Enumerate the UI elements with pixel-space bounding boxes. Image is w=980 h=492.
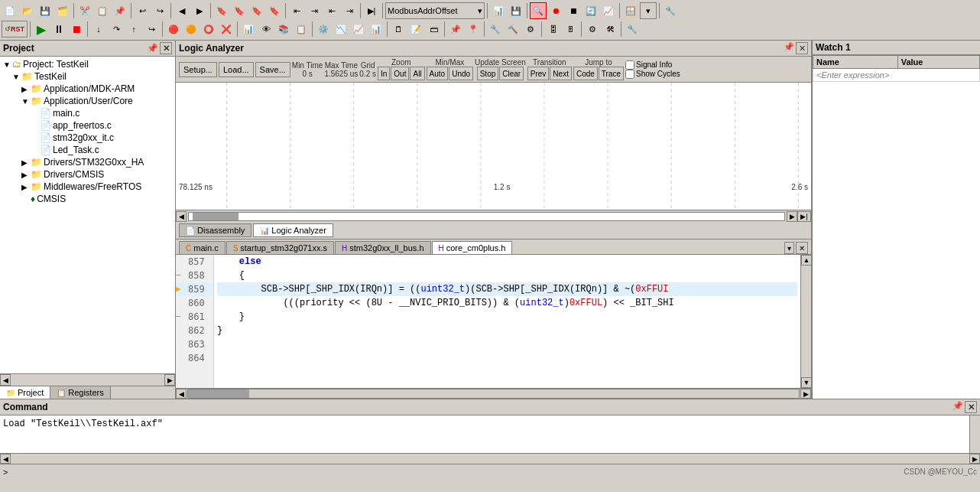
logic-scroll-thumb[interactable] bbox=[193, 213, 239, 220]
project-scroll-right[interactable]: ▶ bbox=[164, 374, 175, 386]
analysis-btn[interactable]: 📉 bbox=[333, 21, 349, 37]
bookmark3-button[interactable]: 🔖 bbox=[248, 2, 265, 19]
logic-scroll-track[interactable] bbox=[188, 212, 785, 221]
save-all-button[interactable]: 🗂️ bbox=[54, 2, 71, 19]
trace-la-button[interactable]: Trace bbox=[599, 67, 624, 80]
logic-scroll-end[interactable]: ▶| bbox=[797, 211, 811, 222]
indent3-button[interactable]: ⇤ bbox=[323, 2, 340, 19]
logic-pin-icon[interactable]: 📌 bbox=[784, 42, 794, 54]
indent2-button[interactable]: ⇥ bbox=[306, 2, 323, 19]
code-hscroll[interactable]: ◀ ▶ bbox=[176, 388, 811, 399]
tool3-btn[interactable]: ⚙ bbox=[522, 21, 539, 37]
step-over-button[interactable]: ↷ bbox=[108, 21, 125, 37]
tool2-btn[interactable]: 🔨 bbox=[505, 21, 521, 37]
window-button[interactable]: 🪟 bbox=[622, 2, 639, 19]
tree-item-freertos[interactable]: 📄 app_freertos.c bbox=[0, 119, 175, 132]
register-view-button[interactable]: 📊 bbox=[490, 2, 507, 19]
registers-tab[interactable]: 📋 Registers bbox=[50, 386, 110, 399]
run-to-cursor-button[interactable]: ▶| bbox=[363, 2, 380, 19]
bookmark4-button[interactable]: 🔖 bbox=[266, 2, 283, 19]
prev-button[interactable]: Prev bbox=[527, 67, 550, 80]
undo-button[interactable]: ↩ bbox=[134, 2, 151, 19]
save-la-button[interactable]: Save... bbox=[255, 62, 290, 77]
auto-button[interactable]: Auto bbox=[427, 67, 449, 80]
logic-scrollbar[interactable]: ◀ ▶ ▶| bbox=[176, 210, 811, 222]
project-tab[interactable]: 📁 Project bbox=[0, 386, 50, 399]
zoom-in-button[interactable]: In bbox=[378, 67, 390, 80]
code-vscroll-down[interactable]: ▼ bbox=[801, 377, 811, 388]
pin1-btn[interactable]: 📌 bbox=[447, 21, 464, 37]
project-tree[interactable]: ▼ 🗂 Project: TestKeil ▼ 📁 TestKeil ▶ 📁 A… bbox=[0, 57, 175, 373]
mem-view-button[interactable]: 📊 bbox=[240, 21, 257, 37]
command-close-icon[interactable]: ✕ bbox=[965, 401, 977, 413]
tree-item-main-c[interactable]: 📄 main.c bbox=[0, 107, 175, 119]
tree-item-stm32-it[interactable]: 📄 stm32g0xx_it.c bbox=[0, 132, 175, 144]
code-tabs-close[interactable]: ✕ bbox=[796, 242, 808, 254]
indent4-button[interactable]: ⇥ bbox=[341, 2, 358, 19]
paste-button[interactable]: 📌 bbox=[112, 2, 128, 19]
config2-btn[interactable]: 🛠 bbox=[602, 21, 618, 37]
step-out-button[interactable]: ↑ bbox=[125, 21, 142, 37]
debug-pause-button[interactable]: ⏸ bbox=[50, 21, 67, 37]
modbus-dropdown-button[interactable]: ModbusAddrOffset ▾ bbox=[385, 2, 485, 19]
project-pin-icon[interactable]: 📌 bbox=[146, 42, 158, 54]
save-button[interactable]: 💾 bbox=[37, 2, 54, 19]
trace3-btn[interactable]: 📝 bbox=[407, 21, 424, 37]
tree-item-app-mdk[interactable]: ▶ 📁 Application/MDK-ARM bbox=[0, 83, 175, 95]
command-vscroll[interactable] bbox=[969, 415, 980, 453]
stop-la-button[interactable]: Stop bbox=[477, 67, 499, 80]
bp-disable-button[interactable]: ⭕ bbox=[200, 21, 217, 37]
tab-disassembly[interactable]: 📄 Disassembly bbox=[179, 223, 251, 237]
trace4-btn[interactable]: 🗃 bbox=[425, 21, 442, 37]
cmd-hscroll-left[interactable]: ◀ bbox=[0, 454, 11, 464]
new-file-button[interactable]: 📄 bbox=[2, 2, 18, 19]
locals-btn[interactable]: 📋 bbox=[293, 21, 310, 37]
command-pin-icon[interactable]: 📌 bbox=[952, 401, 963, 413]
project-hscroll[interactable]: ◀ ▶ bbox=[0, 373, 175, 386]
tab-logic-analyzer[interactable]: 📊 Logic Analyzer bbox=[253, 223, 333, 237]
tree-item-app-user[interactable]: ▼ 📁 Application/User/Core bbox=[0, 95, 175, 107]
forward-button[interactable]: ▶ bbox=[191, 2, 208, 19]
clear-la-button[interactable]: Clear bbox=[499, 67, 524, 80]
trace2-btn[interactable]: 🗒 bbox=[390, 21, 407, 37]
signal-info-checkbox[interactable] bbox=[625, 60, 634, 70]
undo-la-button[interactable]: Undo bbox=[449, 67, 473, 80]
indent1-button[interactable]: ⇤ bbox=[288, 2, 305, 19]
command-content[interactable]: Load "TestKeil\\TestKeil.axf" bbox=[0, 415, 969, 453]
watch-btn[interactable]: 👁 bbox=[258, 21, 274, 37]
show-cycles-checkbox[interactable] bbox=[625, 70, 634, 79]
cut-button[interactable]: ✂️ bbox=[76, 2, 93, 19]
logic-scroll-left[interactable]: ◀ bbox=[176, 211, 187, 222]
code-hscroll-right[interactable]: ▶ bbox=[800, 389, 811, 399]
logic-close-icon[interactable]: ✕ bbox=[796, 42, 808, 54]
open-file-button[interactable]: 📂 bbox=[19, 2, 36, 19]
tab-startup[interactable]: S startup_stm32g071xx.s bbox=[226, 241, 334, 254]
zoom-out-button[interactable]: Out bbox=[391, 67, 409, 80]
tree-item-project-root[interactable]: ▼ 🗂 Project: TestKeil bbox=[0, 58, 175, 70]
window-dropdown-button[interactable]: ▾ bbox=[640, 2, 657, 19]
callstack-btn[interactable]: 📚 bbox=[275, 21, 292, 37]
tab-stm32g0xx[interactable]: H stm32g0xx_ll_bus.h bbox=[335, 241, 430, 254]
pin2-btn[interactable]: 📍 bbox=[465, 21, 482, 37]
redo-button[interactable]: ↪ bbox=[151, 2, 168, 19]
zoom-all-button[interactable]: All bbox=[410, 67, 424, 80]
code-tabs-dropdown[interactable]: ▾ bbox=[784, 242, 794, 254]
setup-button[interactable]: Setup... bbox=[179, 62, 217, 77]
tree-item-cmsis[interactable]: ♦ CMSIS bbox=[0, 193, 175, 205]
debug-stop-button[interactable]: ⏹ bbox=[68, 21, 85, 37]
code-hscroll-left[interactable]: ◀ bbox=[176, 389, 187, 399]
extra1-btn[interactable]: 🎛 bbox=[544, 21, 561, 37]
watch-enter-expr-row[interactable]: <Enter expression> bbox=[813, 69, 980, 82]
cmd-hscroll-right[interactable]: ▶ bbox=[969, 454, 980, 464]
copy-button[interactable]: 📋 bbox=[94, 2, 111, 19]
bp-enable-button[interactable]: 🟠 bbox=[183, 21, 200, 37]
code-vscroll[interactable]: ▲ ▼ bbox=[800, 255, 811, 388]
analysis2-btn[interactable]: 📈 bbox=[350, 21, 367, 37]
find-button[interactable]: 🔍 bbox=[530, 2, 547, 19]
trace-button[interactable]: 📈 bbox=[600, 2, 617, 19]
bp-clear-button[interactable]: ❌ bbox=[218, 21, 235, 37]
bp-insert-button[interactable]: 🔴 bbox=[165, 21, 182, 37]
tool1-btn[interactable]: 🔧 bbox=[487, 21, 504, 37]
tree-item-led-task[interactable]: 📄 Led_Task.c bbox=[0, 144, 175, 156]
run-cursor-button[interactable]: ↪ bbox=[143, 21, 160, 37]
